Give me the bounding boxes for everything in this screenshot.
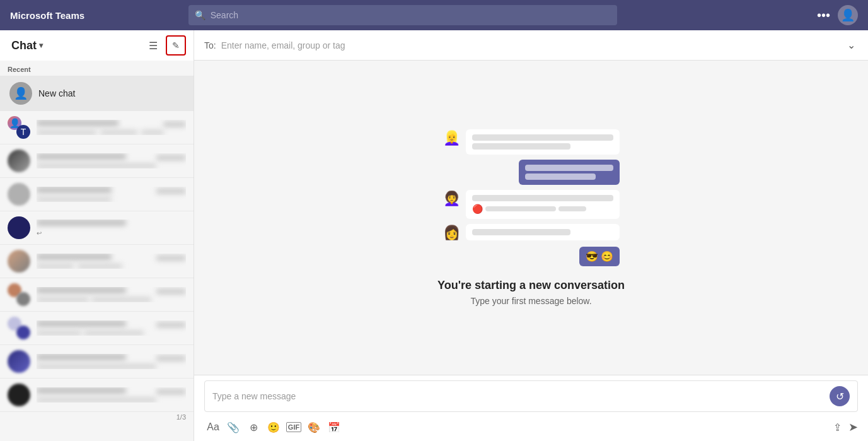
illustration-row-3: 👩‍🦱 🔴 bbox=[443, 190, 620, 219]
chevron-down-icon: ⌄ bbox=[847, 40, 855, 50]
person-icon: 👤 bbox=[14, 86, 28, 100]
list-item[interactable] bbox=[0, 144, 194, 178]
new-chat-item[interactable]: 👤 New chat bbox=[0, 76, 194, 111]
start-conversation-text: You're starting a new conversation Type … bbox=[437, 279, 625, 306]
received-bubble-2: 🔴 bbox=[466, 190, 620, 219]
sidebar-header: Chat ▾ ☰ ✎ bbox=[0, 30, 194, 61]
chat-info: ↩ bbox=[37, 220, 186, 237]
refresh-icon: ↺ bbox=[836, 391, 844, 403]
list-item[interactable] bbox=[0, 379, 194, 412]
recipient-input[interactable] bbox=[221, 40, 845, 50]
list-item[interactable] bbox=[0, 312, 194, 345]
sticker-icon: 🎨 bbox=[308, 421, 320, 433]
chat-info bbox=[37, 120, 186, 135]
list-item[interactable]: 👤 T bbox=[0, 111, 194, 144]
chevron-down-icon: ▾ bbox=[39, 41, 43, 50]
list-item[interactable]: ↩ bbox=[0, 211, 194, 245]
illustration-row-1: 👱‍♀️ bbox=[443, 129, 620, 155]
compose-icon: ✎ bbox=[172, 40, 180, 50]
list-item[interactable] bbox=[0, 178, 194, 211]
to-label: To: bbox=[204, 40, 216, 50]
emoji-reaction-row: 😎 😊 bbox=[443, 247, 620, 266]
chat-avatar bbox=[8, 150, 30, 172]
chat-info bbox=[37, 187, 186, 202]
chat-info bbox=[37, 320, 186, 336]
filter-button[interactable]: ☰ bbox=[143, 35, 163, 56]
search-input[interactable] bbox=[211, 10, 611, 20]
sticker-button[interactable]: 🎨 bbox=[305, 418, 323, 436]
avatar-3: 👩 bbox=[443, 224, 461, 242]
send-button[interactable]: ➤ bbox=[848, 420, 858, 434]
conversation-subtitle: Type your first message below. bbox=[437, 296, 625, 306]
more-options-icon[interactable]: ••• bbox=[817, 8, 830, 23]
to-bar: To: ⌄ bbox=[194, 30, 868, 61]
right-panel: To: ⌄ 👱‍♀️ bbox=[194, 30, 868, 441]
message-area: ↺ Aa 📎 ⊕ 🙂 GIF � bbox=[194, 375, 868, 441]
conversation-title: You're starting a new conversation bbox=[437, 279, 625, 292]
dictate-icon: ⇪ bbox=[833, 421, 842, 433]
chat-info bbox=[37, 354, 186, 369]
list-item[interactable] bbox=[0, 278, 194, 312]
illustration-row-2 bbox=[443, 160, 620, 185]
expand-button[interactable]: ⌄ bbox=[845, 37, 858, 54]
list-item[interactable] bbox=[0, 245, 194, 278]
user-avatar[interactable]: 👤 bbox=[838, 5, 858, 25]
toolbar-row: Aa 📎 ⊕ 🙂 GIF 🎨 📅 bbox=[204, 416, 858, 438]
format-icon: Aa bbox=[207, 421, 219, 433]
attach-icon: 📎 bbox=[227, 421, 240, 433]
gif-button[interactable]: GIF bbox=[285, 418, 303, 436]
message-input[interactable] bbox=[212, 391, 825, 401]
recent-label: Recent bbox=[0, 61, 194, 76]
link-button[interactable]: ⊕ bbox=[245, 418, 262, 436]
chat-info bbox=[37, 387, 186, 403]
sidebar: Chat ▾ ☰ ✎ Recent 👤 New chat bbox=[0, 30, 194, 441]
emoji-icon: 🙂 bbox=[267, 421, 280, 433]
topbar-right: ••• 👤 bbox=[817, 5, 858, 25]
received-bubble-1 bbox=[466, 129, 620, 155]
chat-info bbox=[37, 254, 186, 269]
chat-info bbox=[37, 153, 186, 168]
page-number: 1/3 bbox=[0, 412, 194, 422]
new-chat-label: New chat bbox=[38, 88, 75, 98]
received-bubble-3 bbox=[466, 224, 620, 240]
chat-avatar bbox=[8, 250, 30, 273]
chat-avatar bbox=[8, 384, 30, 406]
emoji-reaction: 😎 😊 bbox=[579, 247, 620, 266]
avatar-2: 👩‍🦱 bbox=[443, 190, 461, 208]
chat-illustration: 👱‍♀️ 👩‍🦱 bbox=[443, 129, 620, 266]
new-chat-avatar: 👤 bbox=[9, 82, 32, 105]
chat-avatar bbox=[8, 350, 30, 373]
dictate-button[interactable]: ⇪ bbox=[828, 418, 846, 436]
app-title: Microsoft Teams bbox=[10, 10, 84, 21]
toolbar-right: ⇪ ➤ bbox=[828, 418, 858, 436]
filter-icon: ☰ bbox=[149, 40, 158, 52]
topbar: Microsoft Teams 🔍 ••• 👤 bbox=[0, 0, 868, 30]
illustration-row-4: 👩 bbox=[443, 224, 620, 242]
sidebar-actions: ☰ ✎ bbox=[143, 35, 186, 56]
search-icon: 🔍 bbox=[195, 10, 205, 20]
emoji-1: 😎 bbox=[586, 250, 598, 262]
conversation-area: 👱‍♀️ 👩‍🦱 bbox=[194, 61, 868, 375]
link-icon: ⊕ bbox=[250, 421, 258, 433]
attach-button[interactable]: 📎 bbox=[224, 418, 242, 436]
emoji-2: 😊 bbox=[601, 250, 613, 262]
chat-title-label: Chat bbox=[11, 39, 37, 52]
chat-avatar bbox=[8, 216, 30, 239]
emoji-button[interactable]: 🙂 bbox=[265, 418, 282, 436]
format-button[interactable]: Aa bbox=[204, 418, 222, 436]
send-icon: ➤ bbox=[848, 421, 858, 433]
gif-icon: GIF bbox=[286, 422, 301, 432]
sent-bubble bbox=[519, 160, 620, 185]
list-item[interactable] bbox=[0, 345, 194, 379]
chat-title-button[interactable]: Chat ▾ bbox=[8, 37, 47, 55]
search-bar[interactable]: 🔍 bbox=[188, 5, 617, 25]
avatar-1: 👱‍♀️ bbox=[443, 129, 461, 147]
schedule-button[interactable]: 📅 bbox=[325, 418, 343, 436]
chat-list: 👤 T bbox=[0, 111, 194, 441]
message-input-row: ↺ bbox=[204, 380, 858, 412]
chat-avatar bbox=[8, 183, 30, 206]
main-layout: Chat ▾ ☰ ✎ Recent 👤 New chat bbox=[0, 30, 868, 441]
schedule-icon: 📅 bbox=[328, 421, 340, 433]
new-chat-button[interactable]: ✎ bbox=[166, 35, 186, 56]
send-circle-button[interactable]: ↺ bbox=[830, 386, 850, 406]
